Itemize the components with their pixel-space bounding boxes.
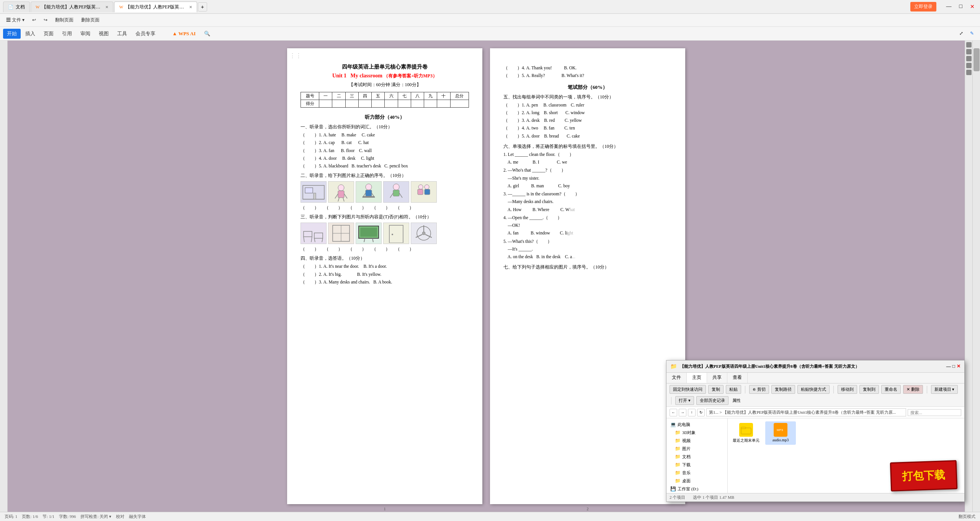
expand-icon[interactable]: ⤢ [956,31,966,36]
fm-close-btn[interactable]: ✕ [957,364,960,369]
fm-tree-3d[interactable]: 📁 3D对象 [669,429,725,437]
fm-btn-copy[interactable]: 复制 [708,385,724,394]
fm-file-audio-name: audio.mp3 [773,438,789,442]
fm-btn-delete[interactable]: ✕ 删除 [903,385,923,394]
svg-rect-21 [418,189,423,195]
fm-search-input[interactable] [908,409,961,416]
minimize-button[interactable]: — [944,3,954,10]
unit-label: Unit 1 [332,73,349,79]
tab-wps1-close[interactable]: ✕ [105,5,108,9]
fm-file-folder[interactable]: 最近之期末单元 [731,421,761,445]
toolbar-file[interactable]: ☰ 文件 ▾ [3,16,28,25]
tab-wps2[interactable]: W 【能力培优】人教PEP版英语四年级上... ✕ [114,2,197,12]
fm-tree-download[interactable]: 📁 下载 [669,461,725,469]
fm-toolbar: 固定到快速访问 复制 粘贴 ⊕ 剪切 复制路径 粘贴快捷方式 移动到 复制到 重… [666,383,964,407]
img3-3 [356,223,382,244]
fm-nav-refresh[interactable]: ↻ [697,409,705,416]
menu-start[interactable]: 开始 [3,29,21,39]
picture-icon: 📁 [675,446,681,452]
unit-title: My classroom [351,73,382,79]
edit-button[interactable]: ✎ [967,31,977,36]
fm-tree-computer[interactable]: 💻 此电脑 [669,421,725,429]
fm-maximize-btn[interactable]: □ [952,364,955,369]
menu-page[interactable]: 页面 [40,29,57,39]
svg-rect-11 [366,190,372,196]
fm-btn-cut[interactable]: ⊕ 剪切 [749,385,769,394]
download-button[interactable]: 打包下载 [890,460,958,492]
fm-btn-copy2[interactable]: 复制到 [859,385,879,394]
fm-file-audio[interactable]: MP3 audio.mp3 [765,421,796,445]
toolbar-copy-page[interactable]: 翻制页面 [52,16,77,25]
fm-btn-rename[interactable]: 重命名 [881,385,901,394]
menu-vip[interactable]: 会员专享 [132,29,159,39]
s6-item-4: 4. —Open the ______.（ ） —OK! A. fan B. w… [503,215,672,237]
folder-icon [739,423,753,437]
fm-tree-doc[interactable]: 📁 文档 [669,453,725,461]
maximize-button[interactable]: □ [957,3,965,10]
fm-tree-picture[interactable]: 📁 图片 [669,445,725,453]
fm-tree-music[interactable]: 📁 音乐 [669,469,725,477]
fm-btn-move[interactable]: 移动到 [838,385,857,394]
sidebar-icon-5[interactable] [966,70,972,75]
menu-insert[interactable]: 插入 [21,29,39,39]
fm-nav-forward[interactable]: → [679,409,686,416]
right-page: （ ）4. A. Thank you! B. OK. （ ）5. A. Real… [490,48,685,504]
score-table: 题号 一 二 三 四 五 六 七 八 九 十 总分 得分 [301,92,469,108]
status-proofread[interactable]: 校对 [116,514,124,519]
menu-review[interactable]: 审阅 [77,29,94,39]
sidebar-icon-3[interactable] [966,56,972,61]
fm-tree-video[interactable]: 📁 视频 [669,437,725,445]
vertical-scrollbar[interactable] [972,41,980,512]
register-button[interactable]: 立即登录 [910,2,936,11]
menu-view[interactable]: 视图 [95,29,113,39]
fm-tree-desktop[interactable]: 📁 桌面 [669,477,725,485]
tab-group: 📄 文档 W 【能力培优】人教PEP版英语四年级上... ✕ W 【能力培优】人… [3,2,207,12]
tab-wps2-close[interactable]: ✕ [189,5,192,9]
scrollbar-thumb[interactable] [973,48,980,71]
menu-search[interactable]: 🔍 [200,29,214,38]
fm-tree-drive-d[interactable]: 💾 工作室 (D:) [669,485,725,493]
tab-doc[interactable]: 📄 文档 [3,2,30,12]
fm-minimize-btn[interactable]: — [946,364,951,369]
fm-btn-pin[interactable]: 固定到快速访问 [670,385,706,394]
status-mode[interactable]: 翻页模式 [959,514,975,519]
fm-path-bar[interactable]: 第1... > 【能力培优】人教PEP版英语四年级上册Unit1核心素养提升8卷… [706,408,906,416]
add-tab-button[interactable]: + [198,2,207,11]
fm-nav-up[interactable]: ↑ [688,409,696,416]
fm-btn-open[interactable]: 打开 ▾ [675,396,694,405]
status-spell-check[interactable]: 拼写检查: 关闭 ▾ [80,514,111,519]
fm-tab-share[interactable]: 共享 [707,373,727,383]
sidebar-icon-2[interactable] [966,49,972,54]
fm-btn-paste[interactable]: 粘贴 [726,385,741,394]
s6-item-1: 1. Let ______ clean the floor.（ ） A. me … [503,151,672,166]
section5-header: 五、找出每组单词中不同类的一项，填序号。（10分） [503,94,672,100]
menu-reference[interactable]: 引用 [58,29,76,39]
fm-btn-paste-shortcut[interactable]: 粘贴快捷方式 [797,385,830,394]
fm-tab-home[interactable]: 主页 [687,373,707,383]
fm-tab-view[interactable]: 查看 [727,373,748,383]
fm-tab-file[interactable]: 文件 [666,373,687,383]
score-label: 得分 [301,100,319,108]
fm-btn-properties[interactable]: 属性 [732,398,741,403]
s1-item-1: （ ）1. A. hate B. make C. cake [301,132,469,138]
fm-nav-back[interactable]: ← [670,409,677,416]
img3-1 [301,223,327,244]
sidebar-icon-4[interactable] [966,63,972,68]
toolbar-redo[interactable]: ↪ [41,16,51,24]
svg-point-15 [393,184,399,190]
fm-btn-copy-path[interactable]: 复制路径 [771,385,795,394]
menu-wps-ai[interactable]: ▲ WPS AI [168,29,199,38]
fm-btn-history[interactable]: 全部历史记录 [696,396,728,405]
toolbar-delete-page[interactable]: 删除页面 [78,16,103,25]
computer-icon: 💻 [670,422,676,428]
sidebar-icon-1[interactable] [966,42,972,48]
svg-rect-36 [389,225,403,243]
toolbar-undo[interactable]: ↩ [29,16,39,24]
close-button[interactable]: ✕ [968,3,977,10]
tab-wps1[interactable]: W 【能力培优】人教PEP版英语四年级上... ✕ [31,2,113,12]
status-font[interactable]: 融失字体 [129,514,146,519]
score-5 [372,100,385,108]
menu-tools[interactable]: 工具 [113,29,131,39]
fm-btn-new[interactable]: 新建项目 ▾ [931,385,958,394]
score-header-0: 题号 [301,92,319,100]
